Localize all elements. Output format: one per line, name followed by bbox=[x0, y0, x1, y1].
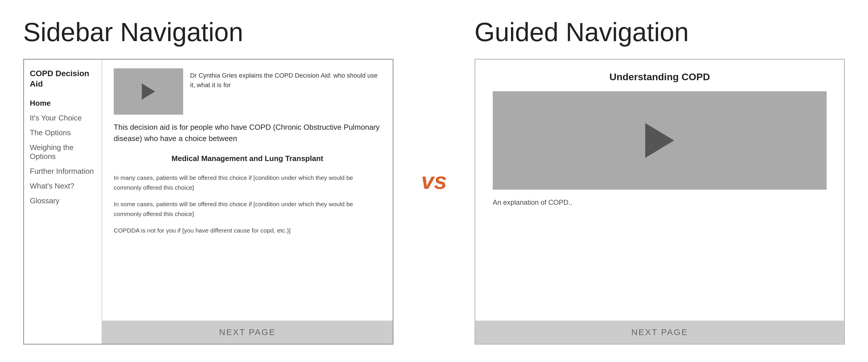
video-thumbnail-large[interactable] bbox=[493, 91, 827, 190]
video-caption: Dr Cynthia Gries explains the COPD Decis… bbox=[190, 68, 381, 90]
play-icon-large bbox=[645, 123, 674, 158]
sidebar-item-its-your-choice[interactable]: It's Your Choice bbox=[30, 113, 96, 123]
vs-text: vs bbox=[421, 168, 447, 194]
video-row: Dr Cynthia Gries explains the COPD Decis… bbox=[114, 68, 381, 115]
guided-app-frame: Understanding COPD An explanation of COP… bbox=[474, 59, 845, 344]
main-content-area: Dr Cynthia Gries explains the COPD Decis… bbox=[102, 60, 393, 344]
sidebar-item-home[interactable]: Home bbox=[30, 98, 96, 108]
sidebar-app-frame: COPD Decision Aid Home It's Your Choice … bbox=[23, 59, 394, 344]
video-description: An explanation of COPD.. bbox=[493, 198, 827, 206]
body-paragraph-3: COPDDA is not for you if [you have diffe… bbox=[114, 226, 381, 235]
right-content-body: Understanding COPD An explanation of COP… bbox=[475, 60, 844, 321]
next-page-label-right: NEXT PAGE bbox=[631, 327, 688, 337]
play-icon bbox=[142, 83, 155, 100]
next-page-bar-left[interactable]: NEXT PAGE bbox=[102, 321, 393, 344]
content-body: Dr Cynthia Gries explains the COPD Decis… bbox=[102, 60, 393, 321]
vs-divider: vs bbox=[416, 168, 452, 194]
bold-center-text: Medical Management and Lung Transplant bbox=[114, 154, 381, 163]
right-section: Guided Navigation Understanding COPD An … bbox=[474, 18, 845, 344]
sidebar-nav: Home It's Your Choice The Options Weighi… bbox=[30, 98, 96, 206]
sidebar-item-further-info[interactable]: Further Information bbox=[30, 166, 96, 176]
right-section-title: Guided Navigation bbox=[474, 18, 845, 47]
body-paragraph-1: In many cases, patients will be offered … bbox=[114, 173, 381, 192]
right-page-title: Understanding COPD bbox=[493, 71, 827, 83]
sidebar-item-the-options[interactable]: The Options bbox=[30, 128, 96, 138]
video-thumbnail-small[interactable] bbox=[114, 68, 183, 115]
body-paragraph-2: In some cases, patients will be offered … bbox=[114, 199, 381, 219]
left-section-title: Sidebar Navigation bbox=[23, 18, 394, 47]
sidebar-item-whats-next[interactable]: What's Next? bbox=[30, 181, 96, 191]
next-page-label-left: NEXT PAGE bbox=[219, 327, 276, 337]
sidebar-logo: COPD Decision Aid bbox=[30, 68, 96, 89]
sidebar-item-weighing[interactable]: Weighing the Options bbox=[30, 142, 96, 162]
intro-text: This decision aid is for people who have… bbox=[114, 122, 381, 144]
left-section: Sidebar Navigation COPD Decision Aid Hom… bbox=[23, 18, 394, 344]
next-page-bar-right[interactable]: NEXT PAGE bbox=[475, 321, 844, 344]
sidebar-item-glossary[interactable]: Glossary bbox=[30, 196, 96, 206]
app-sidebar: COPD Decision Aid Home It's Your Choice … bbox=[24, 60, 102, 344]
